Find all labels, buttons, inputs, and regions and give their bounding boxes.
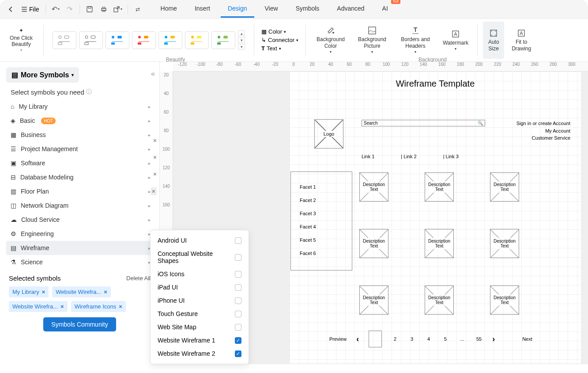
borders-headers-button[interactable]: TBorders and Headers▾ — [398, 26, 433, 54]
category-network[interactable]: ◫Network Diagram▸ — [6, 198, 153, 213]
theme-option[interactable] — [132, 31, 156, 49]
undo-button[interactable]: ↶▾ — [49, 2, 63, 16]
nav-link-3[interactable]: | Link 3 — [443, 154, 459, 159]
color-dropdown[interactable]: ▦Color▾ — [261, 28, 298, 35]
category-science[interactable]: ⚗Science▸ — [6, 255, 153, 269]
wireframe-facets[interactable]: Facet 1 Facet 2 Facet 3 Facet 4 Facet 5 … — [290, 171, 352, 270]
category-project-mgmt[interactable]: ☰Project Management▸ — [6, 142, 153, 156]
category-wireframe[interactable]: ▤Wireframe▸ — [6, 241, 153, 255]
delete-all-button[interactable]: Delete All — [126, 275, 151, 282]
submenu-sitemap[interactable]: Web Site Map — [151, 320, 249, 334]
nav-link-1[interactable]: Link 1 — [362, 154, 374, 159]
theme-option[interactable] — [185, 31, 209, 49]
tab-design[interactable]: Design — [221, 0, 254, 18]
pager-prev-icon[interactable]: ‹ — [356, 335, 359, 344]
facet-2[interactable]: Facet 2 — [300, 198, 343, 203]
chip-remove-button[interactable]: × — [60, 303, 64, 310]
close-panel-button[interactable]: × — [153, 154, 157, 161]
bg-picture-button[interactable]: Background Picture▾ — [356, 26, 388, 54]
submenu-iphone[interactable]: iPhone UI — [151, 294, 249, 307]
more-toolbar-button[interactable]: ⇄ — [131, 2, 145, 16]
print-button[interactable] — [97, 2, 111, 16]
submenu-touch[interactable]: Touch Gesture — [151, 307, 249, 320]
theme-option[interactable] — [53, 31, 76, 49]
theme-option[interactable] — [79, 31, 103, 49]
symbols-community-button[interactable]: Symbols Community — [43, 317, 116, 331]
wireframe-search-box[interactable]: Search🔍 — [362, 120, 485, 126]
product-cell[interactable]: Description Text — [490, 172, 519, 202]
pager-next-icon[interactable]: › — [492, 335, 495, 344]
close-panel-button[interactable]: × — [153, 171, 157, 178]
tab-ai[interactable]: AIhot — [375, 0, 395, 18]
back-button[interactable] — [4, 2, 18, 16]
signin-link[interactable]: Sign in or create Account — [516, 120, 570, 127]
export-button[interactable]: ▾ — [111, 2, 125, 16]
submenu-wf1[interactable]: Website Wireframe 1✓ — [151, 334, 249, 347]
gallery-more-button[interactable]: ▾ — [238, 44, 245, 49]
submenu-ios-icons[interactable]: iOS Icons — [151, 267, 249, 281]
tab-advanced[interactable]: Advanced — [330, 0, 371, 18]
save-button[interactable] — [83, 2, 97, 16]
pager-page[interactable]: 4 — [425, 336, 432, 342]
file-menu[interactable]: File — [18, 2, 43, 16]
theme-option[interactable] — [106, 31, 129, 49]
product-cell[interactable]: Description Text — [425, 285, 454, 315]
text-dropdown[interactable]: TText▾ — [261, 45, 298, 52]
tab-view[interactable]: View — [258, 0, 285, 18]
gallery-down-button[interactable]: ▾ — [238, 37, 245, 43]
category-engineering[interactable]: ⚙Engineering▸ — [6, 227, 153, 241]
fit-drawing-button[interactable]: AFit to Drawing — [510, 28, 532, 52]
tab-insert[interactable]: Insert — [188, 0, 217, 18]
pager-preview[interactable]: Preview — [329, 336, 347, 342]
submenu-android-ui[interactable]: Android UI — [151, 234, 249, 247]
product-cell[interactable]: Description Text — [359, 229, 388, 258]
pager-current[interactable] — [369, 331, 382, 347]
customer-service-link[interactable]: Customer Service — [516, 134, 570, 142]
wireframe-page[interactable]: Wireframe Template Logo Search🔍 Sign in … — [290, 72, 581, 363]
category-floor-plan[interactable]: ▥Floor Plan▸ — [6, 184, 153, 198]
product-cell[interactable]: Description Text — [425, 172, 454, 202]
product-cell[interactable]: Description Text — [490, 229, 519, 258]
product-cell[interactable]: Description Text — [425, 229, 454, 258]
my-account-link[interactable]: My Account — [516, 127, 570, 135]
category-database[interactable]: ⊟Database Modeling▸ — [6, 170, 153, 184]
nav-link-2[interactable]: | Link 2 — [401, 154, 416, 159]
redo-button[interactable]: ↷ — [63, 2, 77, 16]
chip-remove-button[interactable]: × — [104, 289, 107, 295]
product-cell[interactable]: Description Text — [359, 172, 388, 202]
pager-page[interactable]: 5 — [442, 336, 449, 342]
submenu-conceptual[interactable]: Conceptual Website Shapes — [151, 247, 249, 267]
watermark-button[interactable]: AWatermark▾ — [443, 29, 468, 51]
one-click-beautify-button[interactable]: ✦ One Click Beautify ▾ — [8, 27, 34, 53]
product-cell[interactable]: Description Text — [490, 285, 519, 315]
facet-3[interactable]: Facet 3 — [300, 211, 343, 216]
pager-page[interactable]: 55 — [475, 336, 482, 342]
category-software[interactable]: ▣Software▸ — [6, 156, 153, 170]
wireframe-logo-placeholder[interactable]: Logo — [314, 119, 343, 148]
category-basic[interactable]: ◈BasicHOT▸ — [6, 114, 153, 128]
collapse-sidebar-button[interactable]: « — [151, 70, 155, 78]
tab-home[interactable]: Home — [154, 0, 184, 18]
facet-6[interactable]: Facet 6 — [300, 251, 343, 256]
category-my-library[interactable]: ⌂My Library▸ — [6, 99, 153, 114]
bg-color-button[interactable]: Background Color▾ — [315, 26, 347, 54]
submenu-ipad[interactable]: iPad UI — [151, 281, 249, 294]
more-symbols-dropdown[interactable]: ▤ More Symbols ▾ — [6, 67, 79, 83]
theme-option[interactable] — [158, 31, 182, 49]
close-panel-button[interactable]: × — [151, 187, 157, 195]
submenu-wf2[interactable]: Website Wireframe 2✓ — [151, 347, 249, 360]
connector-dropdown[interactable]: ↳Connector▾ — [261, 37, 298, 43]
pager-next[interactable]: Next — [522, 336, 532, 342]
gallery-up-button[interactable]: ▴ — [238, 30, 245, 36]
auto-size-button[interactable]: Auto Size — [485, 28, 502, 52]
chip-remove-button[interactable]: × — [42, 289, 45, 295]
help-icon[interactable]: ⓘ — [86, 88, 92, 96]
pager-page[interactable]: 3 — [408, 336, 415, 342]
tab-symbols[interactable]: Symbols — [289, 0, 327, 18]
theme-option[interactable] — [211, 31, 235, 49]
category-cloud[interactable]: ☁Cloud Service▸ — [6, 213, 153, 227]
facet-4[interactable]: Facet 4 — [300, 224, 343, 229]
facet-1[interactable]: Facet 1 — [300, 184, 343, 190]
pager-page[interactable]: 2 — [392, 336, 399, 342]
category-business[interactable]: ▦Business▸ — [6, 128, 153, 142]
